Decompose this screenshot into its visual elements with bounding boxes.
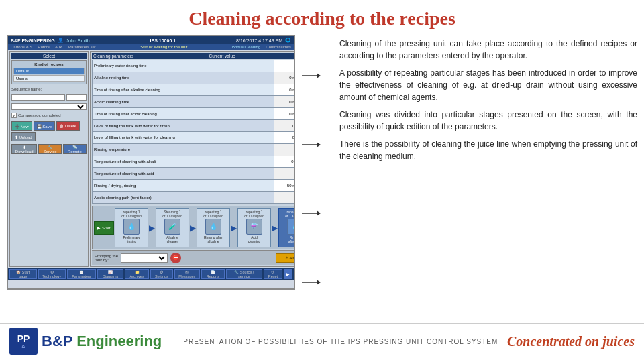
hmi-new-btn[interactable]: ➕ New	[11, 121, 32, 131]
logo-box: PP &	[9, 328, 38, 355]
hmi-task-start[interactable]: 🏠 Start page	[9, 269, 37, 279]
table-row: Acidic cleaning time 0 minminmin	[93, 96, 296, 108]
hmi-compressor-row: ✓ Compressor: completed	[11, 113, 87, 118]
hmi-step5-label: Rinsingafter acid	[288, 235, 295, 243]
hmi-task-reset[interactable]: ↺ Reset	[264, 269, 282, 279]
table-row: Time of rinsing after alkaline cleaning …	[93, 84, 296, 96]
hmi-params-header: Cleaning parameters Current value Assign…	[92, 53, 295, 59]
hmi-brand: B&P ENGINEERING	[11, 38, 55, 43]
hmi-sequence-row: Sequence name:	[11, 87, 87, 91]
hmi-remote-btn[interactable]: 📡 Remote	[63, 144, 87, 154]
hmi-datetime: 8/16/2017 4:17:43 PM	[236, 38, 282, 43]
hmi-step2-icon: 🧪	[164, 219, 180, 235]
hmi-user-icon: 👤	[58, 38, 64, 43]
hmi-emptying-label: Emptying thetank by:	[95, 254, 118, 262]
hmi-navbar: Cartons & S Rotors Aux. Parameters set S…	[8, 44, 294, 50]
arrows-container	[302, 35, 322, 323]
hmi-task-diag[interactable]: 📈 Diagrams	[97, 269, 123, 279]
content-area: B&P ENGINEERING 👤 John Smith IPS 10000 1…	[0, 35, 644, 323]
hmi-step3-label: Rinsing afteralkaline	[204, 235, 223, 243]
hmi-sequence-label: Sequence name:	[11, 87, 42, 91]
hmi-taskbar: 🏠 Start page ⚙ Technology 📋 Parameters 📈…	[8, 268, 294, 280]
hmi-globe-icon: 🌐	[285, 38, 291, 43]
hmi-topbar: B&P ENGINEERING 👤 John Smith IPS 10000 1…	[8, 36, 294, 44]
hmi-nav-item-1[interactable]: Cartons & S	[11, 45, 32, 49]
logo-pp: PP	[17, 334, 30, 343]
hmi-task-tech[interactable]: ⚙ Technology	[38, 269, 66, 279]
hmi-arrow3: ▶	[231, 223, 237, 233]
hmi-bonus-cleaning: Bonus Cleaning	[232, 45, 260, 49]
hmi-flow-step-1[interactable]: repeating 1of 1 assigned 💧 Preliminaryri…	[115, 208, 148, 247]
hmi-compressor-label: Compressor: completed	[18, 113, 61, 117]
hmi-sequence-input[interactable]	[11, 94, 65, 101]
hmi-recipe-default[interactable]: Default	[13, 68, 85, 74]
hmi-user: John Smith	[66, 38, 90, 43]
hmi-step3-top: repeating 1of 1 assigned	[203, 210, 223, 218]
table-row: Time of rinsing after acidic cleaning 0 …	[93, 108, 296, 120]
hmi-controls-label: Controls/limits	[266, 45, 291, 49]
hmi-save-btn[interactable]: 💾 Save	[34, 121, 55, 131]
footer-logo: PP & B&P Engineering	[9, 328, 162, 355]
hmi-step1-icon: 💧	[123, 219, 140, 235]
hmi-task-params[interactable]: 📋 Parameters	[67, 269, 97, 279]
text-panel: Cleaning of the pressing unit can take p…	[329, 35, 637, 323]
arrow-2	[302, 140, 321, 149]
hmi-current-value-label: Current value	[209, 54, 235, 58]
hmi-task-arch[interactable]: 📁 Archives	[125, 269, 149, 279]
svg-marker-3	[317, 142, 321, 147]
footer-cursive: Concentrated on juices	[507, 334, 635, 349]
table-row: Rinsing / drying, rinsing 50 minminmin	[93, 180, 296, 192]
hmi-flow-step-4[interactable]: repeating 1of 1 assigned ⚗️ Acidcleaning	[237, 208, 271, 247]
hmi-service-btn[interactable]: 🔧 Service	[38, 144, 61, 154]
hmi-nav-item-4[interactable]: Parameters set	[68, 45, 96, 49]
hmi-dropdown[interactable]	[11, 103, 87, 110]
hmi-emptying-dropdown[interactable]	[121, 253, 168, 263]
hmi-start-btn[interactable]: ▶ Start	[94, 221, 114, 235]
arrow-3	[302, 208, 321, 218]
hmi-download-btn[interactable]: ⬇ Download	[11, 144, 37, 154]
hmi-cleaning-params-label: Cleaning parameters	[93, 54, 133, 58]
hmi-step4-label: Acidcleaning	[248, 235, 261, 243]
hmi-task-source[interactable]: 🔧 Source / service	[226, 269, 262, 279]
hmi-upload-btn[interactable]: ⬆ Upload	[11, 132, 36, 141]
hmi-compressor-checkbox[interactable]: ✓	[11, 113, 17, 118]
logo-and: &	[21, 343, 25, 349]
text-block-3: Cleaning was divided into particular sta…	[329, 109, 637, 133]
svg-marker-1	[317, 73, 321, 78]
hmi-flow-step-5[interactable]: repeating 1of 1 assigned 💧 Rinsingafter …	[278, 208, 295, 247]
table-row: Level of filling the tank with water for…	[93, 131, 296, 143]
hmi-arrow4: ▶	[272, 223, 278, 233]
hmi-flow-step-2[interactable]: Steaming 1of 1 assigned 🧪 Alkalinecleane…	[156, 208, 189, 247]
table-row: Alkaline rinsing time 0 minminmin	[93, 72, 296, 84]
hmi-alarm-btn[interactable]: ⚠ Alarm	[276, 253, 295, 263]
hmi-step5-top: repeating 1of 1 assigned	[285, 210, 295, 218]
hmi-no-input[interactable]	[66, 94, 87, 101]
hmi-arrow1: ▶	[149, 223, 155, 233]
hmi-status: Status: Waiting for the unit	[140, 45, 187, 49]
hmi-task-settings[interactable]: ⚙ Settings	[150, 269, 172, 279]
hmi-step2-label: Alkalinecleaner	[166, 235, 178, 243]
hmi-screenshot: B&P ENGINEERING 👤 John Smith IPS 10000 1…	[7, 35, 295, 290]
hmi-recipe-users[interactable]: User's	[13, 75, 85, 82]
svg-marker-7	[317, 280, 321, 285]
hmi-task-reports[interactable]: 📄 Reports	[201, 269, 225, 279]
table-row: Preliminary water rinsing time 0minmin	[93, 60, 296, 72]
hmi-main: Select Kind of recipes Default User's Se…	[8, 50, 294, 268]
table-row: Rinsing temperature	[93, 143, 296, 156]
hmi-arrow2: ▶	[190, 223, 196, 233]
hmi-bottom-bar: Emptying thetank by: ⛔ ⚠ Alarm status	[92, 250, 295, 265]
hmi-nav-item-2[interactable]: Rotors	[38, 45, 50, 49]
svg-marker-5	[317, 210, 321, 216]
hmi-flow-step-3[interactable]: repeating 1of 1 assigned 💧 Rinsing after…	[197, 208, 230, 247]
hmi-task-msg[interactable]: ✉ Messages	[174, 269, 200, 279]
table-row: Acidic cleaning path (tent factor)	[93, 192, 296, 204]
footer: PP & B&P Engineering PRESENTATION OF POS…	[0, 323, 644, 358]
hmi-delete-btn[interactable]: 🗑 Delete	[56, 121, 80, 131]
hmi-stop-icon[interactable]: ⛔	[170, 253, 181, 263]
hmi-task-arrow[interactable]: ▶	[284, 269, 292, 279]
hmi-recipe-group: Kind of recipes Default User's	[11, 60, 87, 84]
hmi-nav-item-3[interactable]: Aux.	[55, 45, 63, 49]
footer-tagline: PRESENTATION OF POSSIBILITIES OF THE IPS…	[183, 338, 499, 345]
hmi-step1-top: repeating 1of 1 assigned	[121, 210, 142, 218]
text-block-1: Cleaning of the pressing unit can take p…	[329, 38, 637, 62]
